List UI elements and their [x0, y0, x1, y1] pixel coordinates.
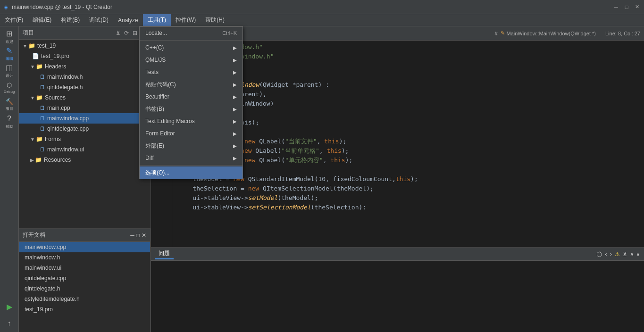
sidebar-debug[interactable]: ⬡ Debug	[1, 79, 18, 96]
menu-tests-arrow: ▶	[233, 70, 237, 75]
menu-diff[interactable]: Diff ▶	[140, 152, 243, 164]
tree-item-sources[interactable]: ▼ 📁 Sources	[19, 92, 151, 103]
menu-widgets[interactable]: 控件(W)	[171, 14, 201, 26]
doc-qstyleditemdelegate-h[interactable]: qstyleditemdelegate.h	[19, 294, 150, 304]
menu-qmljs[interactable]: QML/JS ▶	[140, 54, 243, 66]
bottom-collapse-btn[interactable]: ∧	[630, 251, 634, 257]
menu-beautifier[interactable]: Beautifier ▶	[140, 91, 243, 103]
menu-locate[interactable]: Locate... Ctrl+K	[140, 27, 243, 39]
maximize-button[interactable]: □	[623, 4, 630, 10]
issues-prev-btn[interactable]: ‹	[605, 250, 607, 257]
menu-cpp[interactable]: C++(C) ▶	[140, 42, 243, 54]
menu-tests[interactable]: Tests ▶	[140, 66, 243, 78]
doc-mainwindow-h[interactable]: mainwindow.h	[19, 252, 150, 263]
project-collapse-btn[interactable]: ⊟	[132, 29, 138, 37]
tree-item-mainwindow-cpp[interactable]: 🗒 mainwindow.cpp	[19, 113, 151, 124]
tree-label-test19: test_19	[37, 42, 56, 49]
folder-resources-icon: 📁	[35, 157, 42, 163]
minimize-button[interactable]: ─	[613, 4, 619, 10]
bottom-expand-btn[interactable]: ∨	[636, 251, 640, 257]
menu-edit[interactable]: 编辑(E)	[28, 14, 56, 26]
menu-options[interactable]: 选项(O)...	[140, 166, 243, 179]
menu-form-editor[interactable]: Form Editor ▶	[140, 127, 243, 140]
open-docs-controls: ─ □ ✕	[130, 232, 146, 239]
menu-beautifier-arrow: ▶	[233, 94, 237, 100]
sidebar-edit[interactable]: ✎ 编辑	[1, 45, 18, 62]
menu-macros[interactable]: Text Editing Macros ▶	[140, 115, 243, 127]
menu-help[interactable]: 帮助(H)	[201, 14, 229, 26]
menu-macros-arrow: ▶	[233, 119, 237, 124]
tree-item-mainwindow-ui[interactable]: 🗒 mainwindow.ui	[19, 144, 151, 155]
menu-options-label: 选项(O)...	[145, 169, 169, 177]
menu-build[interactable]: 构建(B)	[56, 14, 84, 26]
tree-label-resources: Resources	[44, 157, 71, 163]
menu-debug[interactable]: 调试(D)	[84, 14, 113, 26]
open-docs-close[interactable]: ✕	[142, 232, 146, 239]
tree-label-pro: test_19.pro	[41, 53, 69, 59]
bottom-tabs: 问题 ⬡ ‹ › ⚠ ⊻ ∧ ∨	[151, 248, 644, 261]
issues-navigate-icon[interactable]: ⬡	[596, 250, 602, 258]
menu-paste-code-label: 粘贴代码(C)	[145, 81, 176, 89]
run-icon: ▶	[7, 302, 12, 311]
menu-qmljs-label: QML/JS	[145, 57, 166, 63]
project-filter-btn[interactable]: ⊻	[115, 29, 121, 37]
folder-forms-icon: 📁	[36, 136, 43, 142]
sidebar-edit-label: 编辑	[6, 56, 13, 61]
sidebar-projects[interactable]: 🔨 项目	[1, 96, 18, 113]
sidebar-welcome[interactable]: ⊞ 欢迎	[1, 28, 18, 45]
tree-item-qintdelegate-cpp[interactable]: 🗒 qintdelegate.cpp	[19, 124, 151, 134]
tree-item-forms[interactable]: ▼ 📁 Forms	[19, 134, 151, 144]
menu-analyze[interactable]: Analyze	[113, 14, 143, 26]
menu-diff-arrow: ▶	[233, 156, 237, 161]
sidebar-debug-label: Debug	[4, 90, 15, 94]
sidebar-extra[interactable]: ↑	[1, 315, 18, 332]
menubar: 文件(F) 编辑(E) 构建(B) 调试(D) Analyze 工具(T) 控件…	[0, 14, 644, 26]
tree-label-headers: Headers	[45, 63, 66, 70]
doc-qintdelegate-cpp[interactable]: qintdelegate.cpp	[19, 273, 150, 283]
doc-qintdelegate-h-label: qintdelegate.h	[25, 285, 60, 292]
tools-dropdown-menu: Locate... Ctrl+K C++(C) ▶ QML/JS ▶ Tests…	[139, 26, 243, 179]
menu-macros-label: Text Editing Macros	[145, 118, 195, 124]
doc-qstyleditemdelegate-h-label: qstyleditemdelegate.h	[25, 296, 80, 302]
tab-issues[interactable]: 问题	[155, 249, 174, 259]
sidebar-run[interactable]: ▶	[1, 298, 18, 315]
open-docs-maximize[interactable]: □	[136, 232, 140, 239]
open-docs-header: 打开文档 ─ □ ✕	[19, 229, 150, 242]
issues-next-btn[interactable]: ›	[610, 250, 612, 257]
folder-sources-icon: 📁	[36, 94, 43, 101]
issues-warning-icon[interactable]: ⚠	[615, 251, 620, 257]
tree-item-resources[interactable]: ▶ 📁 Resources	[19, 155, 151, 165]
tree-item-main-cpp[interactable]: 🗒 main.cpp	[19, 103, 151, 113]
menu-file[interactable]: 文件(F)	[0, 14, 28, 26]
tree-item-headers[interactable]: ▼ 📁 Headers	[19, 61, 151, 72]
file-qintdelegate-h-icon: 🗒	[40, 84, 45, 91]
close-button[interactable]: ✕	[634, 4, 640, 10]
tree-item-pro[interactable]: 📄 test_19.pro	[19, 51, 151, 61]
menu-tools[interactable]: 工具(T)	[143, 14, 171, 26]
doc-qintdelegate-cpp-label: qintdelegate.cpp	[25, 275, 66, 282]
code-editor[interactable]: #include "mainwindow.h" #include "ui_mai…	[172, 41, 644, 247]
project-sync-btn[interactable]: ⟳	[123, 29, 130, 37]
projects-icon: 🔨	[6, 98, 13, 105]
open-docs-minimize[interactable]: ─	[130, 232, 134, 239]
menu-paste-code[interactable]: 粘贴代码(C) ▶	[140, 78, 243, 91]
arrow-headers: ▼	[30, 64, 35, 69]
tree-item-mainwindow-h[interactable]: 🗒 mainwindow.h	[19, 72, 151, 82]
tree-label-qintdelegate-h: qintdelegate.h	[47, 84, 83, 91]
menu-external[interactable]: 外部(E) ▶	[140, 140, 243, 152]
window-title: mainwindow.cpp @ test_19 - Qt Creator	[12, 4, 112, 10]
sidebar-design[interactable]: ◫ 设计	[1, 62, 18, 79]
sidebar-welcome-label: 欢迎	[6, 39, 13, 44]
doc-mainwindow-cpp[interactable]: mainwindow.cpp	[19, 242, 150, 252]
doc-mainwindow-ui[interactable]: mainwindow.ui	[19, 263, 150, 273]
issues-filter-icon[interactable]: ⊻	[623, 251, 627, 257]
doc-qintdelegate-h[interactable]: qintdelegate.h	[19, 283, 150, 294]
doc-mainwindow-h-label: mainwindow.h	[25, 254, 60, 261]
tree-item-test19[interactable]: ▼ 📁 test_19	[19, 41, 151, 51]
arrow-sources: ▼	[30, 95, 35, 100]
tree-item-qintdelegate-h[interactable]: 🗒 qintdelegate.h	[19, 82, 151, 92]
menu-sep-2	[140, 165, 243, 166]
sidebar-help[interactable]: ? 帮助	[1, 113, 18, 130]
doc-test19-pro[interactable]: test_19.pro	[19, 304, 150, 315]
menu-bookmarks[interactable]: 书签(B) ▶	[140, 103, 243, 115]
